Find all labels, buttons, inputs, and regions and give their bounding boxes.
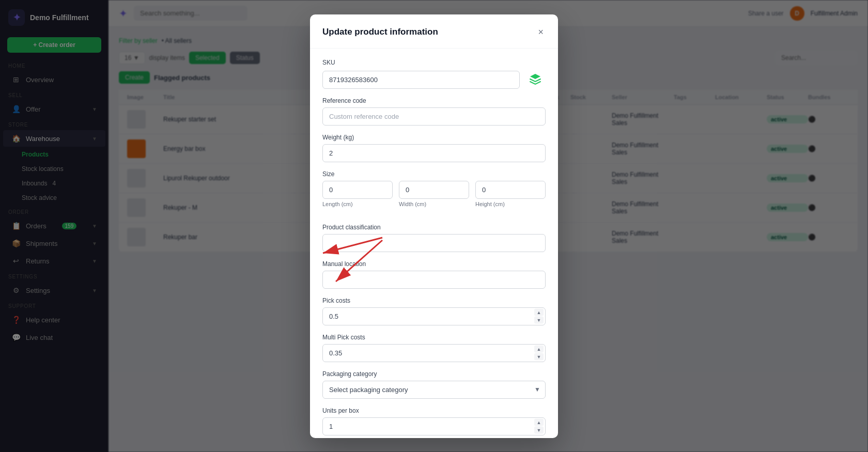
reference-code-input[interactable] (322, 107, 546, 126)
packaging-category-label: Packaging category (322, 370, 546, 378)
height-unit-label: Height (cm) (475, 201, 546, 207)
modal-header: Update product information × (310, 14, 558, 49)
units-per-box-wrapper: ▲ ▼ (322, 417, 546, 435)
product-classification-group: Product classification (322, 224, 546, 252)
units-per-box-increment[interactable]: ▲ (534, 419, 544, 426)
weight-group: Weight (kg) (322, 134, 546, 162)
width-unit-label: Width (cm) (399, 201, 469, 207)
modal-title: Update product information (322, 27, 438, 37)
units-per-box-label: Units per box (322, 407, 546, 414)
update-product-modal: Update product information × SKU (310, 14, 558, 438)
product-classification-input[interactable] (322, 234, 546, 252)
modal-close-button[interactable]: × (536, 25, 546, 40)
sku-input[interactable] (322, 71, 520, 89)
width-input[interactable] (399, 181, 469, 199)
multi-pick-costs-label: Multi Pick costs (322, 334, 546, 341)
product-classification-label: Product classification (322, 224, 546, 231)
length-unit-label: Length (cm) (322, 201, 393, 207)
modal-overlay[interactable]: Update product information × SKU (0, 0, 868, 452)
pick-costs-increment[interactable]: ▲ (534, 309, 544, 316)
pick-costs-decrement[interactable]: ▼ (534, 317, 544, 324)
size-label: Size (322, 170, 546, 178)
packaging-category-group: Packaging category Select packaging cate… (322, 370, 546, 399)
length-input[interactable] (322, 181, 393, 199)
pick-costs-group: Pick costs ▲ ▼ (322, 297, 546, 325)
length-group: Length (cm) (322, 181, 393, 207)
multi-pick-costs-wrapper: ▲ ▼ (322, 344, 546, 362)
height-input[interactable] (475, 181, 546, 199)
multi-pick-costs-spinners: ▲ ▼ (534, 346, 544, 361)
multi-pick-costs-input[interactable] (322, 344, 546, 362)
sku-group: SKU (322, 59, 546, 89)
layers-icon (525, 69, 546, 89)
packaging-category-select[interactable]: Select packaging category Box Envelope B… (322, 381, 546, 399)
multi-pick-costs-decrement[interactable]: ▼ (534, 353, 544, 361)
manual-location-label: Manual location (322, 260, 546, 268)
packaging-category-wrapper: Select packaging category Box Envelope B… (322, 381, 546, 399)
units-per-box-input[interactable] (322, 417, 546, 435)
multi-pick-costs-increment[interactable]: ▲ (534, 346, 544, 353)
width-group: Width (cm) (399, 181, 469, 207)
pick-costs-spinners: ▲ ▼ (534, 309, 544, 324)
size-group: Size Length (cm) Width (cm) Height (cm) (322, 170, 546, 215)
modal-body: SKU Reference code (310, 49, 558, 438)
sku-label: SKU (322, 59, 546, 66)
pick-costs-label: Pick costs (322, 297, 546, 304)
units-per-box-decrement[interactable]: ▼ (534, 427, 544, 434)
manual-location-input[interactable] (322, 271, 546, 289)
height-group: Height (cm) (475, 181, 546, 207)
weight-label: Weight (kg) (322, 134, 546, 141)
pick-costs-input[interactable] (322, 307, 546, 325)
manual-location-group: Manual location (322, 260, 546, 289)
reference-code-group: Reference code (322, 97, 546, 126)
weight-input[interactable] (322, 144, 546, 162)
units-per-box-group: Units per box ▲ ▼ (322, 407, 546, 435)
units-per-box-spinners: ▲ ▼ (534, 419, 544, 434)
reference-code-label: Reference code (322, 97, 546, 104)
pick-costs-wrapper: ▲ ▼ (322, 307, 546, 325)
multi-pick-costs-group: Multi Pick costs ▲ ▼ (322, 334, 546, 362)
